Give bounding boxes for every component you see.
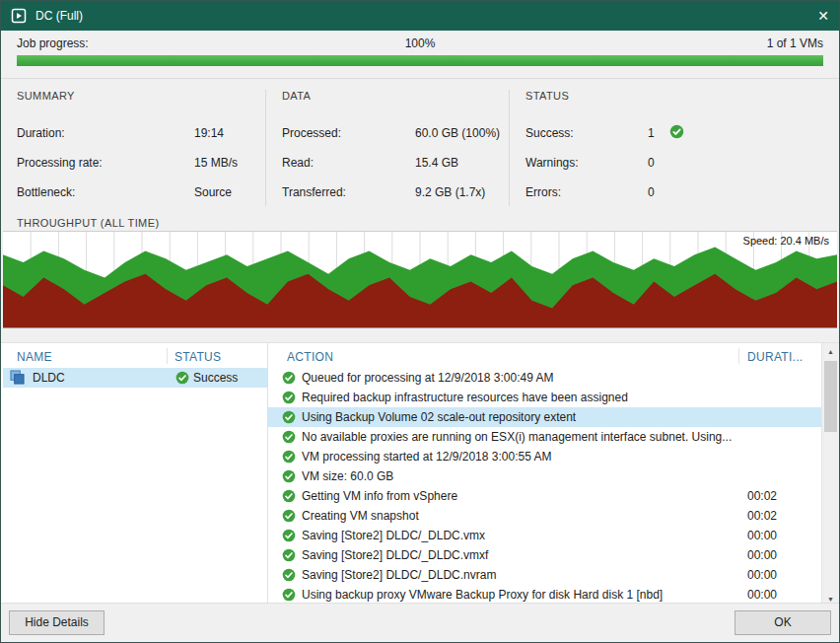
data-panel: DATA Processed:60.0 GB (100%) Read:15.4 … [282,90,494,102]
header-divider [738,348,739,364]
action-duration: 00:00 [747,568,777,582]
action-row[interactable]: Using backup proxy VMware Backup Proxy f… [268,585,822,605]
action-text: Saving [Store2] DLDC/_DLDC.nvram [302,568,732,582]
success-check-icon [282,469,296,483]
duration-value: 19:14 [194,126,224,140]
success-label: Success: [525,126,574,140]
success-check-icon [282,410,296,424]
errors-label: Errors: [525,185,561,199]
job-icon [11,8,27,24]
action-duration: 00:02 [747,489,777,503]
success-check-icon [282,450,296,464]
transferred-label: Transferred: [282,185,346,199]
action-row[interactable]: No available proxies are running on ESX(… [268,427,822,447]
success-check-icon [282,371,296,385]
success-check-icon [282,588,296,602]
data-title: DATA [282,90,494,102]
action-text: Required backup infrastructure resources… [302,391,732,404]
action-row[interactable]: Getting VM info from vSphere 00:02 [268,486,822,506]
action-duration: 00:00 [747,529,777,542]
vm-row[interactable]: DLDC Success [3,368,267,388]
column-divider [265,90,266,206]
hide-details-button[interactable]: Hide Details [9,610,105,635]
action-row[interactable]: Queued for processing at 12/9/2018 3:00:… [268,368,822,388]
transferred-value: 9.2 GB (1.7x) [415,185,485,199]
titlebar: DC (Full) ✕ [1,1,839,31]
action-text: VM size: 60.0 GB [302,469,732,483]
action-list: Queued for processing at 12/9/2018 3:00:… [268,368,822,607]
throughput-chart: Speed: 20.4 MB/s [3,231,837,328]
vm-name: DLDC [33,371,65,385]
scrollbar[interactable]: ▲ ▼ [821,343,839,607]
read-value: 15.4 GB [415,156,458,170]
action-text: Queued for processing at 12/9/2018 3:00:… [302,371,732,385]
processing-rate-label: Processing rate: [17,156,103,170]
success-value: 1 [648,126,655,140]
success-check-icon [282,391,296,404]
action-text: VM processing started at 12/9/2018 3:00:… [302,450,732,464]
action-row[interactable]: Required backup infrastructure resources… [268,388,822,407]
summary-title: SUMMARY [17,90,249,102]
success-check-icon [282,529,296,542]
throughput-title: THROUGHPUT (ALL TIME) [17,217,160,229]
scroll-up-icon[interactable]: ▲ [822,343,839,359]
summary-panel: SUMMARY Duration:19:14 Processing rate:1… [17,90,249,102]
success-check-icon [175,371,189,385]
status-title: STATUS [525,90,811,102]
action-text: Creating VM snapshot [302,509,732,523]
throughput-chart-svg [3,232,837,327]
action-text: Saving [Store2] DLDC/_DLDC.vmxf [302,548,732,562]
status-panel: STATUS Success: 1 Warnings:0 Errors:0 [525,90,811,102]
bottleneck-value: Source [194,185,232,199]
bottleneck-label: Bottleneck: [17,185,75,199]
window-title: DC (Full) [35,9,804,23]
column-header-status[interactable]: STATUS [175,350,221,364]
action-text: Getting VM info from vSphere [302,489,732,503]
scrollbar-thumb[interactable] [824,361,837,432]
action-duration: 00:02 [747,509,777,523]
processed-label: Processed: [282,126,341,140]
action-row[interactable]: Saving [Store2] DLDC/_DLDC.nvram 00:00 [268,565,822,585]
vm-status: Success [193,371,238,385]
action-duration: 00:00 [747,588,777,602]
action-text: Saving [Store2] DLDC/_DLDC.vmx [302,529,732,542]
speed-label: Speed: 20.4 MB/s [743,235,829,247]
success-check-icon [282,548,296,562]
action-duration: 00:00 [747,548,777,562]
warnings-label: Warnings: [525,156,579,170]
success-check-icon [669,124,684,139]
success-check-icon [282,568,296,582]
action-row[interactable]: Using Backup Volume 02 scale-out reposit… [268,407,822,427]
close-icon[interactable]: ✕ [804,8,829,24]
separator [1,78,839,79]
action-text: No available proxies are running on ESX(… [302,430,732,444]
column-header-name[interactable]: NAME [17,350,52,364]
success-check-icon [282,489,296,503]
details-area: NAME STATUS ACTION DURATI... DLDC Succes… [1,342,839,607]
action-row[interactable]: Saving [Store2] DLDC/_DLDC.vmx 00:00 [268,526,822,545]
warnings-value: 0 [648,156,655,170]
column-header-duration[interactable]: DURATI... [747,350,803,364]
success-check-icon [282,430,296,444]
vm-icon [10,370,25,385]
progress-bar [17,55,823,66]
footer: Hide Details OK [1,603,839,642]
column-divider [509,90,510,206]
action-row[interactable]: Saving [Store2] DLDC/_DLDC.vmxf 00:00 [268,545,822,565]
header-divider [167,348,168,364]
read-label: Read: [282,156,314,170]
processed-value: 60.0 GB (100%) [415,126,500,140]
action-text: Using Backup Volume 02 scale-out reposit… [302,410,732,424]
action-row[interactable]: VM processing started at 12/9/2018 3:00:… [268,447,822,466]
success-check-icon [282,509,296,523]
job-progress-dialog: DC (Full) ✕ Job progress: 100% 1 of 1 VM… [0,0,840,643]
duration-label: Duration: [17,126,65,140]
action-row[interactable]: Creating VM snapshot 00:02 [268,506,822,526]
vm-count-label: 1 of 1 VMs [767,36,823,50]
column-header-action[interactable]: ACTION [287,350,333,364]
action-text: Using backup proxy VMware Backup Proxy f… [302,588,732,602]
action-row[interactable]: VM size: 60.0 GB [268,466,822,486]
job-progress-percent: 100% [1,36,839,50]
ok-button[interactable]: OK [735,610,831,635]
errors-value: 0 [648,185,655,199]
